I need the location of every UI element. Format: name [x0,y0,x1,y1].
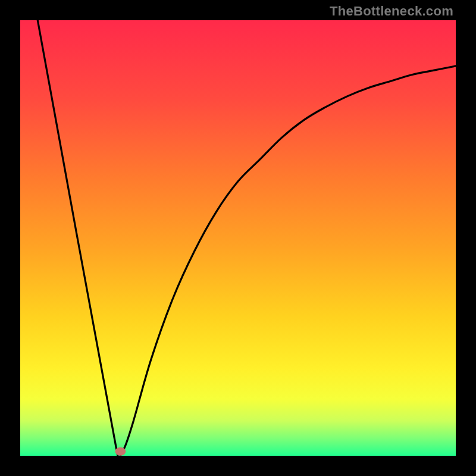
watermark-text: TheBottleneck.com [330,4,453,19]
bottleneck-curve [37,20,456,476]
curve-svg [20,20,456,456]
curve-minimum-marker [115,447,126,456]
plot-area [20,20,456,456]
chart-frame: TheBottleneck.com [0,0,476,476]
